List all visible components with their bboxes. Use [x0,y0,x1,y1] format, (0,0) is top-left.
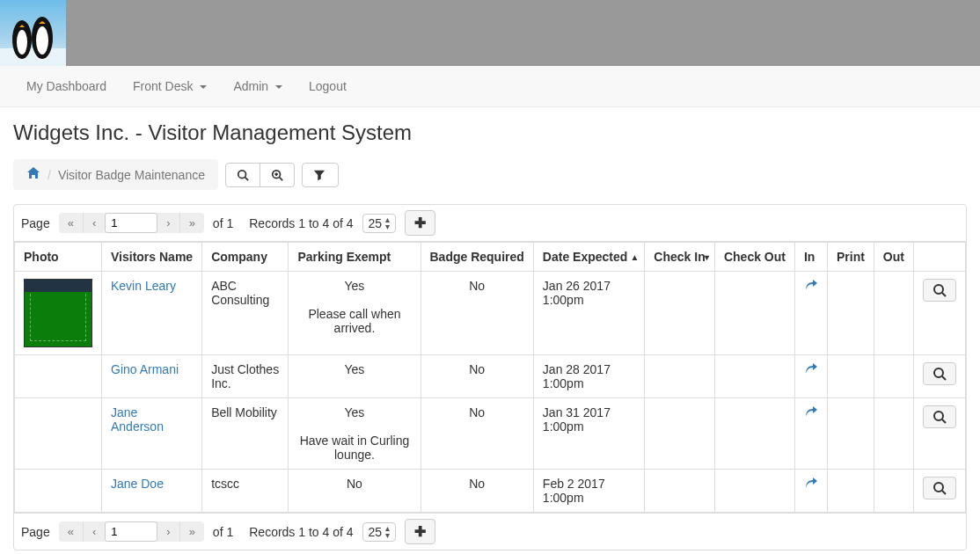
col-header-out[interactable]: Out [874,243,913,272]
view-details-button[interactable] [923,405,956,428]
prev-page-button[interactable]: ‹ [83,213,105,233]
prev-page-button[interactable]: ‹ [83,521,105,542]
nav-admin[interactable]: Admin [220,66,296,106]
next-page-button[interactable]: › [157,213,179,233]
col-header-name[interactable]: Visitors Name [102,243,202,272]
cell-name: Gino Armani [102,355,202,398]
nav-my-dashboard[interactable]: My Dashboard [13,66,120,106]
cell-in [794,398,827,470]
cell-checkout [714,398,794,470]
breadcrumb-separator: / [48,168,51,182]
col-header-checkin[interactable]: Check In▾ [645,243,715,272]
search-icon [932,410,947,424]
checkin-action[interactable] [804,365,818,379]
col-header-view [913,243,965,272]
filter-icon [313,169,325,181]
col-header-checkout[interactable]: Check Out [714,243,794,272]
cell-photo [15,398,102,470]
nav-front-desk[interactable]: Front Desk [120,66,220,106]
sort-asc-icon: ▲ [630,252,639,262]
cell-print [827,355,874,398]
cell-checkin [645,470,715,513]
page-label: Page [21,525,50,539]
cell-badge: No [421,355,533,398]
col-header-in[interactable]: In [794,243,827,272]
page-number-input[interactable] [105,521,157,542]
cell-photo [15,470,102,513]
page-number-input[interactable] [105,213,157,233]
checkin-action[interactable] [804,281,818,295]
page-size-select[interactable]: 25 ▴▾ [362,214,397,233]
svg-point-4 [36,26,48,55]
col-header-company[interactable]: Company [202,243,289,272]
cell-parking: YesHave wait in Curling lounge. [289,398,421,470]
search-button[interactable] [225,163,260,187]
stepper-icon: ▴▾ [385,216,390,230]
search-icon [932,283,947,297]
home-icon[interactable] [26,166,40,183]
svg-line-16 [942,376,946,380]
add-record-button[interactable]: ✚ [405,210,435,236]
visitor-name-link[interactable]: Gino Armani [111,362,179,376]
filter-button[interactable] [302,163,339,187]
pager-top: Page « ‹ › » of 1 Records 1 to 4 of 4 25… [14,205,966,242]
col-header-photo[interactable]: Photo [15,243,102,272]
page-size-select[interactable]: 25 ▴▾ [362,522,397,542]
visitor-photo [24,279,92,347]
logo-penguins [0,0,66,66]
col-header-print[interactable]: Print [827,243,874,272]
cell-out [874,398,913,470]
view-details-button[interactable] [923,279,956,302]
next-page-button[interactable]: › [157,521,179,542]
col-header-badge[interactable]: Badge Required [421,243,533,272]
cell-checkin [645,398,715,470]
svg-line-8 [245,177,249,180]
cell-name: Kevin Leary [102,272,202,355]
first-page-button[interactable]: « [59,521,83,542]
checkin-action[interactable] [804,479,818,493]
cell-photo [15,272,102,355]
zoom-in-icon [271,169,283,181]
cell-print [827,470,874,513]
page-label: Page [21,216,50,230]
add-record-button[interactable]: ✚ [405,519,435,544]
plus-icon: ✚ [414,524,426,539]
pager-bottom: Page « ‹ › » of 1 Records 1 to 4 of 4 25… [14,513,966,550]
share-icon [804,477,818,491]
caret-down-icon: ▾ [705,252,709,262]
col-header-date[interactable]: Date Expected▲ [533,243,644,272]
plus-icon: ✚ [414,215,426,230]
view-details-button[interactable] [923,362,956,385]
top-banner [0,0,980,66]
caret-down-icon [275,85,282,89]
col-header-parking[interactable]: Parking Exempt [289,243,421,272]
cell-company: ABC Consulting [202,272,289,355]
cell-date: Jan 28 2017 1:00pm [533,355,644,398]
last-page-button[interactable]: » [179,213,204,233]
svg-point-17 [934,412,943,420]
data-grid: Page « ‹ › » of 1 Records 1 to 4 of 4 25… [13,204,967,550]
first-page-button[interactable]: « [59,213,83,233]
zoom-in-button[interactable] [260,163,295,187]
cell-checkin [645,355,715,398]
visitor-name-link[interactable]: Kevin Leary [111,279,176,293]
cell-checkout [714,272,794,355]
cell-parking: YesPlease call when arrived. [289,272,421,355]
cell-view [913,272,965,355]
checkin-action[interactable] [804,408,818,422]
view-details-button[interactable] [923,477,956,499]
nav-logout[interactable]: Logout [296,66,360,106]
last-page-button[interactable]: » [179,521,204,542]
visitor-name-link[interactable]: Jane Anderson [111,405,164,434]
svg-point-7 [238,170,246,178]
breadcrumb: / Visitor Badge Maintenance [13,159,218,190]
search-icon [237,169,249,181]
cell-name: Jane Anderson [102,398,202,470]
cell-company: Just Clothes Inc. [202,355,289,398]
cell-print [827,272,874,355]
caret-down-icon [200,85,207,89]
cell-view [913,398,965,470]
pager-of-text: of 1 [213,525,233,539]
table-header-row: Photo Visitors Name Company Parking Exem… [15,243,966,272]
visitor-name-link[interactable]: Jane Doe [111,477,164,491]
